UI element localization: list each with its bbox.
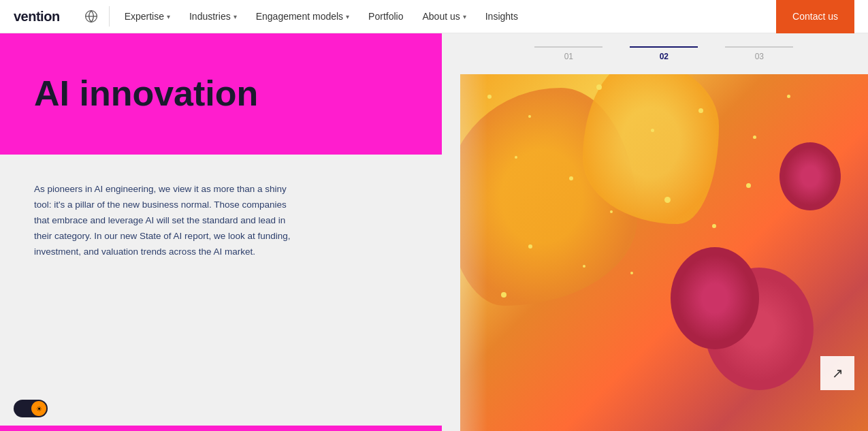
blob-sphere-2 — [671, 247, 759, 349]
hero-block: AI innovation — [0, 33, 442, 155]
contact-us-button[interactable]: Contact us — [776, 0, 854, 33]
nav-item-about[interactable]: About us ▾ — [414, 5, 474, 27]
blob-sphere-3 — [779, 142, 841, 210]
arrow-button[interactable]: ↗ — [820, 356, 854, 390]
toggle-circle: ☀ — [31, 401, 46, 416]
nav-item-industries[interactable]: Industries ▾ — [181, 5, 245, 27]
body-text: As pioneers in AI engineering, we view i… — [34, 182, 293, 260]
logo[interactable]: vention — [14, 9, 60, 25]
slide-line-2 — [630, 46, 698, 48]
slide-indicator-3[interactable]: 03 — [725, 46, 793, 61]
theme-toggle[interactable]: ☀ — [14, 400, 48, 417]
nav-divider — [109, 6, 110, 27]
ai-image: ↗ — [460, 74, 868, 431]
nav-links: Expertise ▾ Industries ▾ Engagement mode… — [116, 5, 776, 27]
main-content: AI innovation As pioneers in AI engineer… — [0, 33, 868, 431]
right-panel: 01 02 03 — [460, 33, 868, 431]
text-content: As pioneers in AI engineering, we view i… — [0, 155, 327, 281]
slide-number-3: 03 — [755, 52, 764, 61]
slide-number-1: 01 — [564, 52, 573, 61]
chevron-down-icon: ▾ — [346, 13, 349, 20]
chevron-down-icon: ▾ — [167, 13, 170, 20]
hero-title: AI innovation — [34, 74, 258, 113]
nav-item-portfolio[interactable]: Portfolio — [360, 5, 411, 27]
nav-item-insights[interactable]: Insights — [477, 5, 526, 27]
left-panel: AI innovation As pioneers in AI engineer… — [0, 33, 460, 431]
image-overlay — [460, 74, 487, 431]
nav-item-engagement[interactable]: Engagement models ▾ — [248, 5, 357, 27]
slider-indicators: 01 02 03 — [460, 33, 868, 74]
navbar: vention Expertise ▾ Industries ▾ Engagem… — [0, 0, 868, 33]
chevron-down-icon: ▾ — [234, 13, 237, 20]
slide-line-3 — [725, 46, 793, 48]
dots-container — [460, 74, 868, 431]
slide-line-1 — [534, 46, 602, 48]
slide-indicator-2[interactable]: 02 — [630, 46, 698, 61]
sun-icon: ☀ — [36, 405, 42, 413]
nav-item-expertise[interactable]: Expertise ▾ — [116, 5, 178, 27]
slide-number-2: 02 — [660, 52, 669, 61]
chevron-down-icon: ▾ — [463, 13, 466, 20]
globe-icon[interactable] — [80, 5, 102, 27]
cta-bar — [0, 426, 442, 431]
slide-indicator-1[interactable]: 01 — [534, 46, 602, 61]
